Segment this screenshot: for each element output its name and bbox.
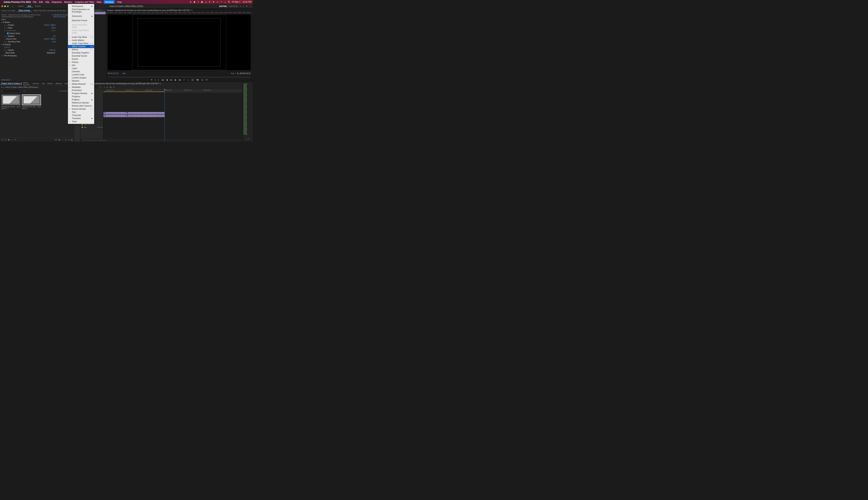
uniform-scale-checkbox[interactable]	[7, 33, 9, 34]
search-icon[interactable]: ⌕	[1, 90, 3, 92]
blend-mode-select[interactable]: Normal	[46, 52, 56, 54]
sequence-name[interactable]: videoblocks-4k-uhd-slow-mo-shot-of-man-s…	[83, 83, 159, 84]
menu-item-timelines[interactable]: Timelines▶	[68, 117, 94, 120]
effect-timecode[interactable]: 00:00:15:22	[1, 79, 11, 81]
program-tc-left[interactable]: 00:00:15:22	[107, 72, 118, 75]
info-tab[interactable]: Info	[41, 83, 46, 84]
camera-icon[interactable]: 📷	[196, 79, 199, 81]
new-item-icon[interactable]: ▭	[68, 138, 70, 141]
effects-tab[interactable]: Effects	[46, 83, 54, 84]
sort-icon[interactable]: ○	[11, 139, 12, 141]
go-to-in-icon[interactable]: |◀	[161, 79, 163, 81]
libraries-tab[interactable]: Libraries	[31, 83, 41, 84]
search-icon[interactable]: ⌕	[225, 1, 226, 3]
solo-l[interactable]: S	[246, 138, 247, 142]
menu-item-progress[interactable]: Progress	[68, 95, 94, 98]
export-frame-icon[interactable]: ⤴	[183, 79, 184, 81]
status-icon[interactable]: ↻	[209, 1, 210, 3]
menu-item-lumetri-color[interactable]: Lumetri Color	[68, 73, 94, 76]
icon-view-icon[interactable]: ☰	[5, 138, 7, 141]
status-icon[interactable]: ⊙	[190, 1, 192, 3]
menu-help[interactable]: Help	[117, 1, 122, 3]
opacity-effect[interactable]: Opacity	[5, 44, 11, 45]
find-icon[interactable]: ⌕	[62, 139, 64, 141]
flicker-prop[interactable]: Anti-flicker Filter	[8, 41, 21, 43]
menu-item-timecode[interactable]: Timecode	[68, 114, 94, 117]
motion-effect[interactable]: Motion	[5, 21, 10, 23]
full-label[interactable]: Full	[231, 72, 234, 75]
status-icon[interactable]: ⇪	[197, 1, 199, 3]
compare-icon[interactable]: ◫	[201, 79, 203, 81]
menu-item-effects[interactable]: ✓Effects⇧ 7	[68, 48, 94, 51]
project-search-input[interactable]	[3, 90, 20, 92]
timeline-clip[interactable]: videoblocks-4k-uhd-slow-mo-shot-of-man-s…	[103, 112, 126, 114]
time-remap-effect[interactable]: Time Remapping	[3, 55, 17, 57]
project-tab[interactable]: Project: How to Create a Glitch Effect (…	[0, 82, 22, 85]
fullscreen-icon[interactable]: ⛶	[250, 5, 251, 7]
status-icon[interactable]: △	[205, 1, 207, 3]
home-icon[interactable]: ⌂	[12, 5, 13, 7]
in-icon[interactable]: {	[155, 79, 156, 81]
menu-item-media-browser[interactable]: ✓Media Browser⇧ 8	[68, 82, 94, 86]
menu-edit[interactable]: Edit	[39, 1, 43, 3]
settings-icon[interactable]: ⚙	[106, 86, 108, 88]
list-view-icon[interactable]: ≡▾	[1, 138, 3, 141]
menu-item-extensions[interactable]: Extensions▶	[68, 14, 94, 18]
tab-export[interactable]: Export	[33, 5, 43, 8]
menu-clip[interactable]: Clip	[45, 1, 49, 3]
clip-thumbnail[interactable]	[22, 94, 41, 105]
menu-item-production[interactable]: Production	[68, 89, 94, 92]
maximize-button[interactable]	[7, 5, 9, 7]
out-icon[interactable]: }	[158, 79, 159, 81]
minimize-button[interactable]	[4, 5, 6, 7]
workspace-icon[interactable]: ☰	[246, 5, 248, 7]
battery-icon[interactable]: ▭	[216, 1, 218, 3]
menu-graphics[interactable]: Graphics and Titles	[75, 1, 94, 3]
control-center-icon[interactable]: ☰	[228, 1, 230, 3]
menu-markers[interactable]: Markers	[64, 1, 72, 3]
menu-item-text[interactable]: Text	[68, 111, 94, 114]
scale-prop[interactable]: Scale	[8, 27, 12, 29]
menu-item-maximize-frame[interactable]: Maximize Frame	[68, 19, 94, 22]
status-icon[interactable]: ◧	[201, 1, 203, 3]
step-back-icon[interactable]: ◀|	[166, 79, 168, 81]
share-icon[interactable]: ⤴	[243, 5, 244, 7]
menu-item-markers[interactable]: ✓Markers	[68, 79, 94, 82]
auto-icon[interactable]: ≡▾	[55, 138, 57, 141]
wifi-icon[interactable]: ᯤ	[220, 1, 222, 3]
menubar-time[interactable]: 12:41 PM	[242, 1, 251, 3]
wrench-icon[interactable]: 🔧	[110, 86, 112, 88]
menu-item-review-with-frame-io[interactable]: Review with Frame.io	[68, 104, 94, 107]
bin-icon[interactable]: ▸ ▭	[1, 86, 4, 88]
program-tab-label[interactable]: Program: videoblocks-4k-uhd-slow-mo-shot…	[107, 9, 191, 11]
menu-item-source-monitor[interactable]: ✓Source Monitor⇧ 2	[68, 107, 94, 111]
menu-item-projects[interactable]: Projects▶	[68, 98, 94, 101]
snap-icon[interactable]: ⊓	[99, 86, 100, 88]
anchor-prop[interactable]: Anchor Point	[7, 38, 16, 40]
fit-dropdown[interactable]: Fit	[123, 72, 125, 75]
timeline-clip[interactable]: videoblocks-4k-uhd-slow-mo-shot-of-man-s…	[126, 112, 164, 114]
menu-item-find-extensions-on-exchange-[interactable]: Find Extensions on Exchange...	[68, 8, 94, 13]
menu-window[interactable]: Window	[104, 0, 115, 4]
cc-icon[interactable]: cc	[113, 86, 115, 88]
workspace-label[interactable]: EDITING	[219, 5, 227, 7]
menu-item-history[interactable]: ✓History	[68, 60, 94, 64]
menu-item-events[interactable]: Events	[68, 57, 94, 60]
position-prop[interactable]: Position	[8, 24, 14, 26]
freeform-icon[interactable]: ▦	[8, 138, 10, 141]
lift-icon[interactable]: ⬚	[187, 79, 189, 81]
media-browser-tab[interactable]: Media Browser	[22, 82, 31, 86]
wrench-icon[interactable]: 🔧	[237, 72, 239, 75]
menu-item-info[interactable]: ✓Info	[68, 64, 94, 67]
tab-source[interactable]: Source: (no clips)	[0, 10, 17, 12]
menu-item-essential-graphics[interactable]: Essential Graphics	[68, 51, 94, 54]
clip-thumbnail[interactable]	[1, 94, 21, 105]
timeline-ruler[interactable]: 00:00:04:2300:00:09:2300:00:14:2300:00:1…	[103, 89, 242, 92]
step-fwd-icon[interactable]: |▶	[174, 79, 176, 81]
new-bin-icon[interactable]: ▭	[23, 90, 25, 92]
linked-sel-icon[interactable]: ∩	[102, 86, 103, 88]
tab-edit[interactable]: Edit	[26, 5, 33, 8]
quick-export-icon[interactable]: ▭	[240, 5, 241, 7]
new-bin-icon[interactable]: ▭	[65, 138, 67, 141]
menu-item-effect-controls[interactable]: ✓Effect Controls⇧ 5	[68, 45, 94, 48]
